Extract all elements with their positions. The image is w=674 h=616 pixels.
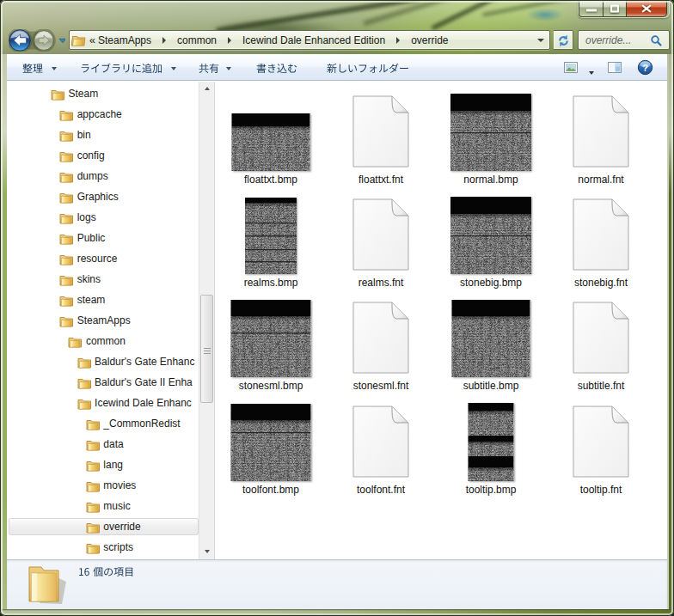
svg-text:?: ? <box>642 63 648 73</box>
